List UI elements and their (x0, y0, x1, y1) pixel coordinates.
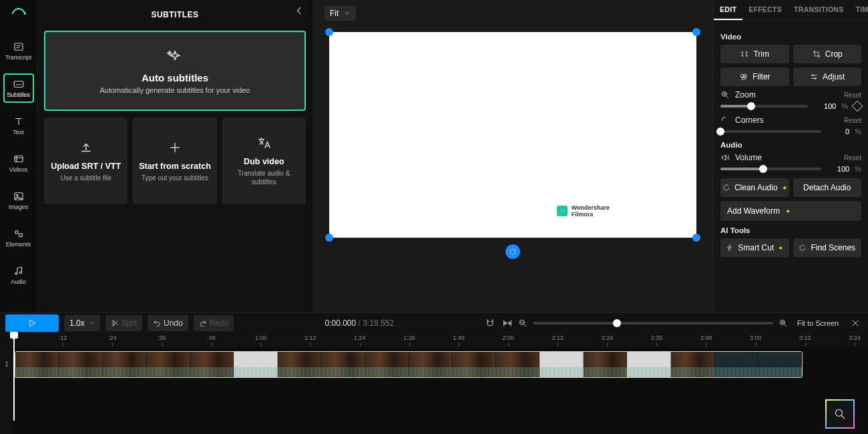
rail-videos[interactable]: Videos (3, 148, 34, 178)
zoom-icon (720, 90, 730, 99)
tab-effects[interactable]: EFFECTS (742, 0, 788, 20)
ruler-tick: 2:12 (552, 335, 564, 341)
scratch-desc: Type out your subtitles (142, 174, 208, 182)
speed-dropdown[interactable]: 1.0x (64, 315, 100, 331)
svg-point-5 (16, 194, 17, 196)
watermark-text2: Filmora (572, 211, 610, 218)
rotate-handle[interactable] (505, 244, 520, 259)
add-waveform-button[interactable]: Add Waveform✦ (720, 201, 861, 221)
redo-button[interactable]: Redo (194, 315, 234, 331)
zoom-slider[interactable] (720, 105, 808, 107)
corners-label: Corners (735, 116, 839, 125)
fit-dropdown[interactable]: Fit (324, 6, 356, 21)
ruler-tick: 2:24 (602, 335, 614, 341)
collapse-panel-icon[interactable] (294, 5, 304, 16)
scenes-icon (799, 244, 807, 252)
svg-rect-2 (14, 81, 23, 87)
ruler-tick: 2:36 (651, 335, 663, 341)
app-logo (9, 4, 28, 23)
timeline-ruler[interactable]: :0:12:24:36:481:001:121:241:361:482:002:… (0, 333, 868, 347)
resize-handle-tl[interactable] (325, 28, 333, 36)
subtitles-panel: SUBTITLES Auto subtitles Automatically g… (37, 0, 312, 312)
rail-elements[interactable]: Elements (3, 223, 34, 252)
ruler-tick: 1:00 (255, 335, 267, 341)
zoom-out-icon[interactable] (518, 318, 527, 328)
tab-transitions[interactable]: TRANSITIONS (788, 0, 849, 20)
zoom-in-icon[interactable] (779, 318, 788, 328)
sparkle-icon (166, 48, 184, 67)
split-button[interactable]: Split (105, 315, 142, 331)
volume-reset[interactable]: Reset (844, 154, 861, 162)
detach-audio-button[interactable]: Detach Audio (793, 178, 862, 197)
tab-timing[interactable]: TIMING (850, 0, 868, 20)
plus-icon (168, 140, 182, 155)
resize-handle-bl[interactable] (325, 234, 333, 242)
rail-text[interactable]: Text (3, 111, 34, 140)
svg-point-8 (15, 272, 17, 274)
rail-audio[interactable]: Audio (3, 260, 34, 290)
dub-title: Dub video (244, 157, 284, 166)
zoom-keyframe[interactable] (852, 101, 863, 112)
trim-icon (740, 49, 749, 59)
adjust-button[interactable]: Adjust (793, 67, 862, 86)
volume-label: Volume (735, 153, 839, 162)
rail-transcript[interactable]: Transcript (3, 36, 34, 65)
svg-rect-7 (19, 234, 22, 237)
audio-section-header: Audio (720, 141, 861, 149)
upload-desc: Use a subtitle file (61, 174, 112, 182)
fit-to-screen-button[interactable]: Fit to Screen (793, 319, 843, 327)
volume-slider[interactable] (720, 168, 821, 170)
properties-panel: EDIT EFFECTS TRANSITIONS TIMING Video Tr… (713, 0, 868, 312)
ai-section-header: AI Tools (720, 226, 861, 234)
ruler-tick: 1:24 (354, 335, 366, 341)
svg-rect-1 (15, 43, 23, 51)
filmora-logo-icon (557, 206, 568, 216)
crop-button[interactable]: Crop (793, 45, 862, 63)
audio-waveform (15, 367, 803, 378)
resize-handle-tr[interactable] (692, 28, 700, 36)
start-scratch-card[interactable]: Start from scratch Type out your subtitl… (133, 118, 216, 204)
snap-edges-icon[interactable] (502, 318, 513, 329)
trim-button[interactable]: Trim (720, 45, 789, 63)
resize-handle-br[interactable] (692, 234, 700, 242)
timeline-toolbar: 1.0x Split Undo Redo 0:00.000 / 3:19.552… (0, 312, 868, 333)
auto-subtitles-desc: Automatically generate subtitles for you… (99, 86, 250, 94)
filter-button[interactable]: Filter (720, 67, 789, 86)
auto-subtitles-card[interactable]: Auto subtitles Automatically generate su… (44, 31, 306, 111)
ruler-tick: 1:12 (304, 335, 316, 341)
upload-srt-card[interactable]: Upload SRT / VTT Use a subtitle file (44, 118, 128, 204)
zoom-label: Zoom (735, 90, 839, 99)
fit-label: Fit (330, 9, 339, 18)
time-readout: 0:00.000 / 3:19.552 (239, 318, 479, 328)
rail-images[interactable]: Images (3, 186, 34, 215)
search-fab[interactable] (825, 399, 855, 429)
smart-cut-button[interactable]: Smart Cut✦ (720, 238, 789, 257)
corners-slider[interactable] (720, 130, 821, 133)
play-button[interactable] (5, 314, 59, 332)
adjust-icon (809, 72, 819, 81)
dub-video-card[interactable]: Dub video Translate audio & subtitles (222, 118, 306, 204)
zoom-reset[interactable]: Reset (844, 91, 861, 99)
ruler-tick: 3:24 (849, 335, 861, 341)
corners-reset[interactable]: Reset (844, 117, 861, 124)
sparkle-badge: ✦ (785, 208, 791, 215)
video-canvas[interactable]: Wondershare Filmora (329, 32, 696, 238)
zoom-value: 100 (813, 102, 836, 110)
translate-icon (256, 136, 271, 150)
watermark: Wondershare Filmora (557, 204, 610, 218)
ruler-tick: :12 (59, 335, 67, 341)
close-timeline-icon[interactable] (848, 318, 863, 328)
magnet-icon[interactable] (485, 318, 495, 329)
ruler-tick: 3:00 (750, 335, 762, 341)
tab-edit[interactable]: EDIT (714, 0, 742, 20)
svg-rect-3 (15, 156, 23, 162)
undo-button[interactable]: Undo (148, 315, 188, 331)
crop-icon (812, 49, 821, 59)
video-section-header: Video (720, 33, 861, 41)
svg-point-9 (19, 272, 21, 274)
rail-subtitles[interactable]: Subtitles (3, 73, 34, 103)
timeline-zoom-slider[interactable] (533, 322, 773, 324)
find-scenes-button[interactable]: Find Scenes (793, 238, 862, 257)
svg-point-0 (23, 12, 26, 15)
clean-audio-button[interactable]: Clean Audio✦ (720, 178, 789, 197)
